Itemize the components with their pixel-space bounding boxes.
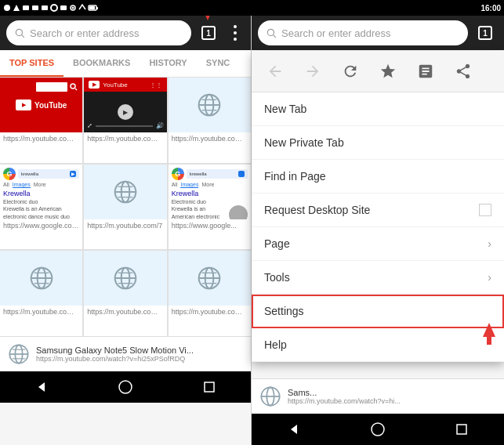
site-card-video1[interactable]: YouTube ⋮⋮ ▶ ⤢ 🔊 [84, 78, 166, 163]
site-card-yt2[interactable]: https://m.youtube.com/watch?v=J... [169, 78, 251, 163]
svg-point-53 [267, 29, 274, 35]
tools-right: › [488, 271, 491, 284]
status-bar: 16:00 [0, 0, 504, 16]
right-browser-panel: Search or enter address 1 TOP SITES [252, 16, 504, 445]
svg-line-54 [273, 34, 276, 38]
google2-thumbnail: G krewella All Images More Kr [169, 165, 251, 219]
status-time: 16:00 [480, 4, 501, 13]
svg-marker-59 [291, 425, 297, 434]
reader-toolbar-icon[interactable] [415, 60, 437, 82]
find-in-page-label: Find in Page [264, 170, 326, 183]
back-toolbar-icon[interactable] [264, 60, 286, 82]
left-nav-back[interactable] [26, 375, 57, 399]
refresh-icon [342, 63, 359, 80]
star-toolbar-icon[interactable] [377, 60, 399, 82]
menu-item-help[interactable]: Help [252, 328, 504, 362]
google-tab-images: Images [13, 182, 31, 188]
left-menu-button[interactable] [226, 24, 245, 42]
menu-item-settings[interactable]: Settings [252, 295, 504, 328]
right-nav-home[interactable] [362, 418, 393, 441]
svg-text:▶: ▶ [71, 172, 75, 176]
globe5-thumbnail [169, 251, 251, 306]
request-desktop-checkbox[interactable] [479, 204, 491, 216]
tab-top-sites-left[interactable]: TOP SITES [0, 50, 63, 77]
svg-line-13 [21, 34, 24, 38]
menu-item-new-tab[interactable]: New Tab [252, 92, 504, 126]
site-card-yt1[interactable]: YouTube https://m.youtube.com/watch?v=J.… [0, 78, 82, 163]
google-tab-more: More [34, 182, 46, 188]
google2-tab-images: Images [180, 182, 198, 188]
star-icon [379, 63, 397, 80]
menu-item-tools[interactable]: Tools › [252, 261, 504, 295]
google2-search-bar: krewella [187, 169, 248, 179]
right-browser-chrome: Search or enter address 1 [252, 16, 504, 50]
left-address-bar[interactable]: Search or enter address [6, 20, 191, 45]
left-bottom-info: Samsung Galaxy Note5 Slow Motion Vi... h… [36, 346, 243, 363]
left-address-placeholder: Search or enter address [30, 27, 183, 39]
search-icon [14, 27, 25, 38]
right-tab-button[interactable]: 1 [473, 20, 498, 45]
left-nav-home[interactable] [110, 375, 141, 399]
site-url-google1: https://www.google.co.in/search?q=... [0, 219, 82, 232]
youtube-logo-text: YouTube [34, 101, 67, 110]
svg-point-51 [119, 381, 132, 393]
globe4-thumbnail [84, 251, 166, 306]
right-bottom-info: Sams... https://m.youtube.com/watch?v=hi… [288, 388, 496, 405]
menu-item-request-desktop[interactable]: Request Desktop Site [252, 194, 504, 227]
yt1-thumbnail: YouTube [0, 78, 82, 132]
svg-rect-10 [96, 7, 98, 9]
site-url-yt1: https://m.youtube.com/watch?v=J... [0, 132, 82, 145]
page-arrow: › [488, 237, 491, 250]
site-url-globe2: https://m.youtube.com/7 [84, 219, 166, 232]
menu-item-find-in-page[interactable]: Find in Page [252, 160, 504, 194]
google-search-text: krewella [21, 172, 38, 176]
video-top-bar: YouTube ⋮⋮ [84, 78, 166, 92]
globe2-thumbnail [84, 165, 166, 219]
menu-item-new-private-tab[interactable]: New Private Tab [252, 126, 504, 160]
globe-icon-1 [197, 92, 222, 118]
svg-point-8 [72, 7, 74, 9]
google-result-desc: Electronic duo [3, 198, 79, 205]
google-search-bar: krewella ▶ [18, 169, 79, 179]
left-nav-recents[interactable] [194, 375, 225, 399]
svg-rect-11 [89, 6, 95, 9]
site-card-google1[interactable]: G krewella ▶ All Images More K [0, 165, 82, 250]
tab-bookmarks-left[interactable]: BOOKMARKS [63, 50, 140, 77]
globe3-thumbnail [0, 251, 82, 306]
dropdown-menu: New Tab New Private Tab Find in Page Req… [252, 51, 504, 362]
left-tab-indicator: 1 [196, 20, 221, 45]
site-card-globe4[interactable]: https://m.youtube.com/watch?v=Ti... [84, 251, 166, 336]
google-tabs: All Images More [3, 182, 79, 188]
google2-search-text: krewella [190, 172, 207, 176]
google2-content: Krewella Electronic duo Krewella is an A… [172, 190, 248, 219]
tab-history-left[interactable]: HISTORY [140, 50, 196, 77]
request-desktop-right [479, 204, 491, 216]
site-card-globe2[interactable]: https://m.youtube.com/7 [84, 165, 166, 250]
share-toolbar-icon[interactable] [452, 60, 474, 82]
left-tab-button[interactable]: 1 [196, 20, 221, 45]
right-tab-count: 1 [478, 26, 492, 40]
site-card-google2[interactable]: G krewella All Images More Kr [169, 165, 251, 250]
right-bottom-item[interactable]: Sams... https://m.youtube.com/watch?v=hi… [252, 378, 504, 414]
right-nav-back[interactable] [278, 418, 310, 441]
menu-item-page[interactable]: Page › [252, 227, 504, 261]
left-bottom-item[interactable]: Samsung Galaxy Note5 Slow Motion Vi... h… [0, 336, 251, 371]
play-button: ▶ [118, 104, 133, 120]
left-tab-count: 1 [201, 26, 216, 40]
site-card-globe3[interactable]: https://m.youtube.com/results?q=M... [0, 251, 82, 336]
right-nav-recents[interactable] [446, 418, 477, 441]
tab-sync-left[interactable]: SYNC [197, 50, 240, 77]
site-card-globe5[interactable]: https://m.youtube.com/watch?v=Ti... [169, 251, 251, 336]
forward-toolbar-icon[interactable] [302, 60, 324, 82]
svg-rect-6 [60, 5, 67, 10]
svg-rect-61 [457, 425, 466, 434]
google2-result-text: Krewella is an American electronic dance… [172, 205, 248, 219]
google-search-icon: ▶ [70, 171, 76, 177]
google2-header: G krewella [172, 168, 248, 180]
refresh-toolbar-icon[interactable] [339, 60, 361, 82]
dropdown-toolbar [252, 51, 504, 92]
forward-icon [304, 63, 321, 80]
svg-rect-29 [238, 171, 245, 177]
right-address-bar[interactable]: Search or enter address [258, 20, 468, 45]
site-url-video1: https://m.youtube.com/watch?v=J... [84, 132, 166, 145]
